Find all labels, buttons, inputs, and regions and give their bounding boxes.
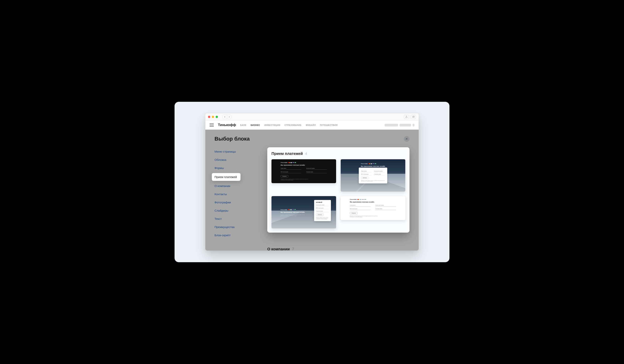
top-nav-insurance[interactable]: СТРАХОВАНИЕ [285, 124, 302, 126]
mir-icon: МИР [295, 162, 296, 163]
preview-pay-button: Оплатить [361, 177, 369, 179]
hamburger-menu-button[interactable] [209, 124, 214, 127]
top-nav-business[interactable]: БИЗНЕС [251, 124, 260, 126]
preview-heading: Мы принимаем платежи онлайн [361, 165, 385, 167]
presentation-frame: Тинькофф БАНК БИЗНЕС ИНВЕСТИЦИИ СТРАХОВА… [175, 102, 449, 262]
browser-nav-arrows [223, 115, 231, 119]
preview-note: Нажимая на кнопку, вы даёте согласие на … [316, 217, 329, 220]
mir-icon: МИР [364, 199, 366, 200]
brand-logo[interactable]: Тинькофф [218, 123, 236, 127]
preview-field-desc: Описание заказа [306, 172, 327, 173]
preview-note: Нажимая на кнопку, вы даёте согласие на … [350, 215, 378, 217]
preview-pay-button: Оплатить [350, 212, 358, 214]
mastercard-icon [288, 209, 290, 210]
preview-field-desc: Описание заказа [374, 173, 385, 176]
preview-field-amount: Сумма заказа [350, 205, 370, 206]
block-preview-image-side[interactable]: Тинькофф VISA МИР [271, 196, 336, 228]
preview-heading: Мы принимаем платежи онлайн [281, 211, 307, 213]
preview-field-phone: Контактный телефон [375, 205, 396, 206]
block-preview-light[interactable]: Тинькофф VISA МИР [341, 196, 405, 220]
preview-field-desc: Описание заказа [316, 210, 329, 212]
browser-window: Тинькофф БАНК БИЗНЕС ИНВЕСТИЦИИ СТРАХОВА… [205, 114, 419, 250]
top-nav-bank[interactable]: БАНК [240, 124, 247, 126]
top-nav-travel[interactable]: ПУТЕШЕСТВИЯ [320, 124, 338, 126]
sidebar-item-payments[interactable]: Прием платежей [212, 173, 240, 181]
preview-price: 10 999 ₽ [316, 202, 329, 203]
preview-pay-button: Оплатить [281, 175, 288, 177]
visa-icon: VISA [362, 199, 364, 200]
preview-note: Нажимая на кнопку, вы даёте согласие на … [281, 214, 307, 216]
preview-pay-button: Оплатить [316, 213, 324, 216]
mir-icon: МИР [294, 209, 296, 210]
header-blur-3 [413, 124, 415, 126]
site-header: Тинькофф БАНК БИЗНЕС ИНВЕСТИЦИИ СТРАХОВА… [205, 120, 419, 130]
header-user-area [385, 124, 415, 126]
browser-share-button[interactable] [404, 115, 409, 119]
preview-field-phone: Контактный телефон [316, 204, 329, 206]
card-icon [290, 209, 292, 210]
browser-chrome [205, 114, 419, 120]
preview-heading: Мы принимаем платежи онлайн [350, 201, 396, 203]
preview-heading: Мы принимаем платежи онлайн [281, 164, 327, 166]
mir-icon: МИР [375, 163, 376, 164]
mastercard-icon [358, 199, 359, 200]
visa-icon: VISA [373, 163, 374, 164]
top-nav-investments[interactable]: ИНВЕСТИЦИИ [264, 124, 280, 126]
preview-field-phone: Контактный телефон [374, 170, 385, 172]
header-blur-1 [385, 124, 398, 126]
mastercard-icon [368, 163, 370, 164]
preview-brand: Тинькофф [281, 209, 287, 210]
preview-field-fio: ФИО плательщика [316, 207, 329, 209]
card-icon [360, 199, 361, 200]
preview-note: Нажимая на кнопку, вы даёте согласие на … [361, 180, 385, 182]
preview-field-amount: Сумма заказа [281, 168, 301, 170]
mastercard-icon [288, 162, 290, 163]
header-blur-2 [400, 124, 411, 126]
popover-count: 4 [305, 152, 307, 156]
browser-back-button[interactable] [223, 115, 227, 119]
preview-field-phone: Контактный телефон [306, 168, 327, 170]
preview-field-amount: Сумма заказа [361, 170, 372, 172]
top-nav: БАНК БИЗНЕС ИНВЕСТИЦИИ СТРАХОВАНИЕ МОБАЙ… [240, 124, 338, 126]
preview-brand: Тинькофф [361, 163, 368, 164]
preview-brand: Тинькофф [350, 199, 357, 200]
preview-field-desc: Описание заказа [375, 208, 396, 210]
window-zoom-button[interactable] [216, 116, 218, 118]
block-preview-image-card[interactable]: Тинькофф VISA МИР [341, 159, 405, 192]
browser-forward-button[interactable] [227, 115, 231, 119]
window-close-button[interactable] [208, 116, 210, 118]
top-nav-mobile[interactable]: МОБАЙЛ [306, 124, 316, 126]
card-icon [370, 163, 372, 164]
popover-title: Прием платежей [271, 151, 303, 156]
preview-brand: Тинькофф [281, 162, 287, 163]
svg-rect-0 [413, 116, 414, 118]
blocks-popover: Прием платежей 4 Тинькофф [267, 147, 410, 233]
block-preview-dark[interactable]: Тинькофф VISA МИР [271, 159, 336, 183]
page-body: Выбор блока Меню страницы Обложка Формы … [205, 130, 419, 250]
visa-icon: VISA [292, 162, 294, 163]
browser-tabs-button[interactable] [411, 115, 416, 119]
visa-icon: VISA [292, 209, 294, 210]
block-preview-grid: Тинькофф VISA МИР [271, 159, 405, 228]
preview-field-fio: ФИО плательщика [361, 173, 372, 176]
card-icon [290, 162, 292, 163]
preview-note: Нажимая на кнопку, вы даёте согласие на … [281, 179, 308, 181]
preview-field-fio: ФИО плательщика [350, 208, 370, 210]
preview-field-fio: ФИО плательщика [281, 172, 301, 173]
window-controls [208, 116, 218, 118]
window-minimize-button[interactable] [212, 116, 214, 118]
